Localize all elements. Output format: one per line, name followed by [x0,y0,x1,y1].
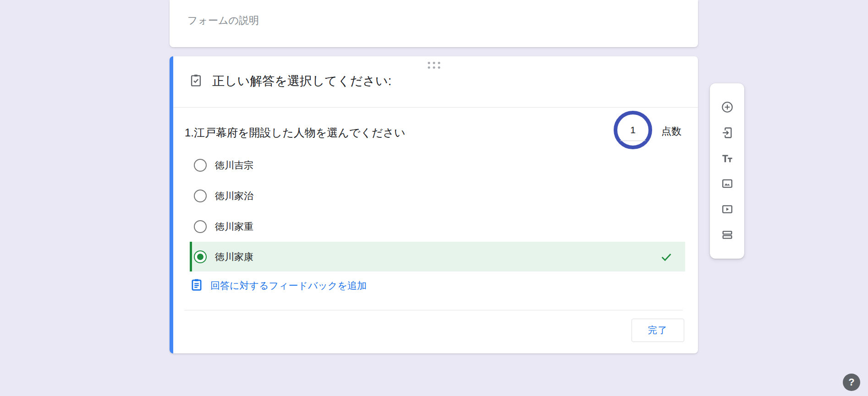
radio-icon[interactable] [194,159,207,172]
form-description-field[interactable]: フォームの説明 [187,14,259,27]
option-row-correct-answer[interactable]: 徳川家康 [190,242,685,271]
add-section-button[interactable] [721,228,734,241]
option-label: 徳川家康 [215,250,253,263]
points-value[interactable]: 1 [630,125,636,136]
option-row[interactable]: 徳川家重 [190,212,685,241]
form-description-card: フォームの説明 [170,0,698,47]
points-input[interactable]: 1 [614,111,652,149]
correct-answer-check-icon [659,250,673,264]
answer-key-title: 正しい解答を選択してください: [212,73,391,89]
plus-circle-icon [721,101,734,114]
add-feedback-link[interactable]: 回答に対するフィードバックを追加 [190,279,367,292]
question-card: 正しい解答を選択してください: 1.江戸幕府を開設した人物を選んでください 1 … [170,56,698,353]
section-icon [721,228,734,241]
option-row[interactable]: 徳川家治 [190,181,685,211]
import-questions-icon [721,126,734,139]
option-label: 徳川家重 [215,220,253,233]
add-video-button[interactable] [721,203,734,216]
add-feedback-label: 回答に対するフィードバックを追加 [210,279,367,292]
add-title-description-button[interactable] [721,152,734,165]
feedback-clipboard-icon [190,278,203,293]
answer-key-header: 正しい解答を選択してください: [189,73,391,89]
image-icon [721,177,734,190]
text-Tt-icon [721,152,734,165]
option-label: 徳川吉宗 [215,159,253,172]
video-icon [721,203,734,216]
add-question-button[interactable] [721,101,734,114]
side-toolbar [710,83,744,259]
option-label: 徳川家治 [215,190,253,202]
help-button[interactable]: ? [843,374,860,391]
points-input-underline [620,141,646,141]
footer-divider [184,310,683,310]
radio-icon[interactable] [194,220,207,233]
import-questions-button[interactable] [721,126,734,139]
drag-handle-icon[interactable] [428,62,440,69]
points-label: 点数 [661,125,681,138]
option-row[interactable]: 徳川吉宗 [190,150,685,180]
radio-icon[interactable] [194,190,207,202]
question-text[interactable]: 1.江戸幕府を開設した人物を選んでください [185,126,406,140]
header-divider [173,107,698,108]
done-button[interactable]: 完了 [632,319,684,342]
radio-checked-icon[interactable] [194,250,207,263]
active-card-accent-bar [170,56,173,353]
clipboard-check-icon [189,74,203,89]
add-image-button[interactable] [721,177,734,190]
